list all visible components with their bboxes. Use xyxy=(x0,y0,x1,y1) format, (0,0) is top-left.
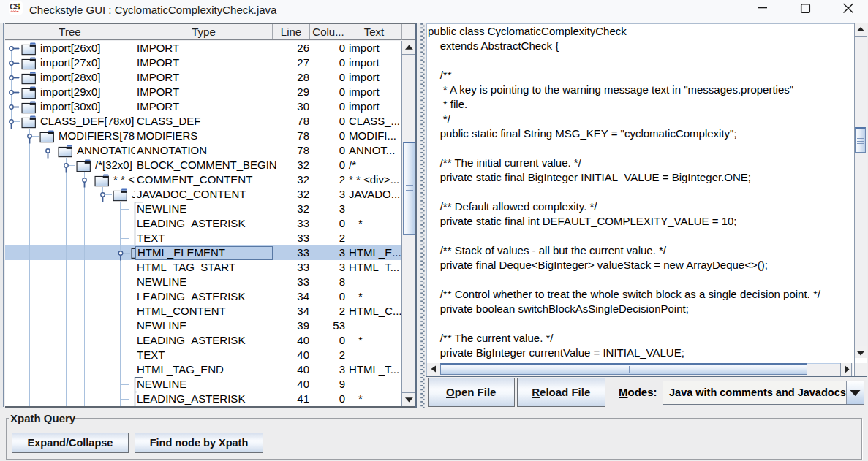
svg-text:CS: CS xyxy=(10,2,20,11)
